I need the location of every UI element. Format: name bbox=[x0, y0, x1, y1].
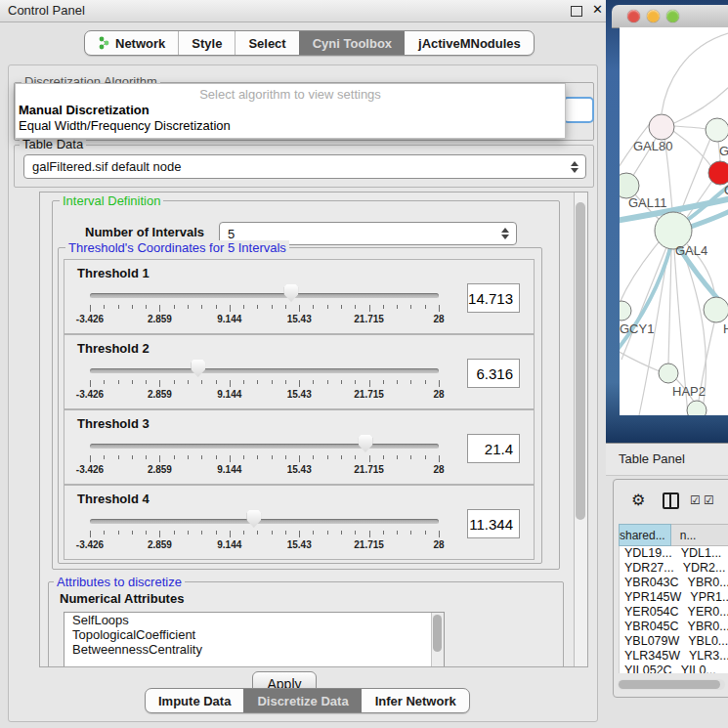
table-cell[interactable]: YBR045C bbox=[620, 620, 679, 634]
tick-label: 15.43 bbox=[287, 314, 312, 324]
table-row[interactable]: YPR145WYPR1... bbox=[620, 590, 728, 605]
panel-vertical-scrollbar[interactable] bbox=[574, 193, 587, 666]
network-edge[interactable] bbox=[620, 350, 660, 371]
network-node[interactable] bbox=[649, 114, 674, 140]
network-node[interactable] bbox=[708, 161, 728, 185]
table-cell[interactable]: YBR043C bbox=[620, 576, 679, 590]
close-icon[interactable]: ✕ bbox=[592, 2, 603, 17]
tick-mark bbox=[257, 305, 258, 309]
gear-icon[interactable]: ⚙ bbox=[631, 491, 645, 509]
slider[interactable]: -3.4262.8599.14415.4321.71528 bbox=[90, 335, 439, 408]
table-row[interactable]: YBR043CYBR0... bbox=[620, 576, 728, 590]
network-view-window: GAL80GCGAL11GAL4GCY1HHAP2 bbox=[606, 0, 728, 445]
scrollbar-thumb[interactable] bbox=[433, 615, 442, 652]
network-edge[interactable] bbox=[674, 84, 728, 123]
scrollbar-thumb[interactable] bbox=[576, 202, 585, 520]
network-view-canvas[interactable]: GAL80GCGAL11GAL4GCY1HHAP2 bbox=[620, 27, 728, 415]
slider-track[interactable] bbox=[90, 519, 439, 524]
slider-thumb[interactable] bbox=[191, 360, 205, 377]
tab-infer-network[interactable]: Infer Network bbox=[362, 689, 469, 712]
slider-track[interactable] bbox=[90, 444, 439, 449]
network-node[interactable] bbox=[687, 401, 707, 415]
checkbox-icon[interactable]: ☑ bbox=[704, 493, 714, 507]
column-header-name[interactable]: n... bbox=[671, 524, 728, 546]
table-cell[interactable]: YBR0... bbox=[679, 576, 728, 590]
threshold-value-field[interactable]: 11.344 bbox=[467, 509, 520, 538]
tab-style[interactable]: Style bbox=[178, 31, 235, 55]
slider-track[interactable] bbox=[90, 293, 439, 298]
attributes-scrollbar[interactable] bbox=[431, 613, 444, 667]
table-row[interactable]: YBL079WYBL0... bbox=[620, 634, 728, 649]
attribute-item[interactable]: SelfLoops bbox=[64, 613, 444, 627]
table-cell[interactable]: YDR2... bbox=[674, 561, 728, 576]
tab-discretize-data[interactable]: Discretize Data bbox=[243, 689, 361, 712]
table-cell[interactable]: YBR0... bbox=[679, 620, 728, 634]
slider[interactable]: -3.4262.8599.14415.4321.71528 bbox=[90, 260, 439, 333]
table-cell[interactable]: YDL1... bbox=[672, 546, 728, 561]
tab-cyni-toolbox[interactable]: Cyni Toolbox bbox=[299, 31, 405, 55]
network-node-label: HAP2 bbox=[672, 384, 706, 399]
tick-mark bbox=[410, 380, 411, 384]
table-horizontal-scrollbar[interactable] bbox=[618, 679, 725, 690]
table-row[interactable]: YIL052CYIL0... bbox=[620, 664, 728, 673]
mac-minimize-button[interactable] bbox=[647, 10, 660, 22]
threshold-value-field[interactable]: 14.713 bbox=[467, 283, 520, 313]
column-header-shared-name[interactable]: shared... bbox=[619, 524, 671, 546]
table-cell[interactable]: YER054C bbox=[620, 605, 679, 620]
columns-icon[interactable] bbox=[663, 492, 679, 509]
table-cell[interactable]: YER0... bbox=[679, 605, 728, 620]
tab-impute-data[interactable]: Impute Data bbox=[146, 689, 243, 712]
table-cell[interactable]: YIL052C bbox=[620, 664, 672, 673]
tab-network[interactable]: Network bbox=[85, 31, 178, 55]
threshold-3-panel: Threshold 3 -3.4262.8599.14415.4321.7152… bbox=[64, 409, 535, 485]
checkbox-icon[interactable]: ☑ bbox=[690, 493, 701, 507]
attribute-item[interactable]: BetweennessCentrality bbox=[64, 642, 444, 657]
network-node[interactable] bbox=[704, 297, 728, 322]
slider[interactable]: -3.4262.8599.14415.4321.71528 bbox=[90, 410, 439, 484]
table-row[interactable]: YDL19...YDL1... bbox=[620, 546, 728, 561]
mac-close-button[interactable] bbox=[627, 10, 640, 22]
threshold-value-field[interactable]: 6.316 bbox=[467, 359, 520, 388]
table-cell[interactable]: YBL0... bbox=[679, 634, 728, 649]
tab-select[interactable]: Select bbox=[235, 31, 298, 55]
slider-thumb[interactable] bbox=[359, 435, 373, 452]
table-cell[interactable]: YPR145W bbox=[620, 590, 681, 605]
table-cell[interactable]: YLR3... bbox=[680, 649, 728, 664]
mac-zoom-button[interactable] bbox=[666, 10, 679, 22]
algorithm-option-equal-width[interactable]: Equal Width/Frequency Discretization bbox=[16, 118, 565, 134]
threshold-value-field[interactable]: 21.4 bbox=[467, 434, 520, 463]
network-edge[interactable] bbox=[674, 126, 707, 129]
table-data-combobox[interactable]: galFiltered.sif default node bbox=[23, 154, 586, 179]
numerical-attributes-list[interactable]: SelfLoopsTopologicalCoefficientBetweenne… bbox=[64, 612, 445, 667]
tab-jactivemnodules[interactable]: jActiveMNodules bbox=[405, 31, 534, 55]
attribute-item[interactable]: TopologicalCoefficient bbox=[64, 627, 444, 642]
tick-mark bbox=[132, 531, 133, 535]
float-panel-icon[interactable] bbox=[571, 6, 582, 17]
tick-mark bbox=[299, 380, 300, 387]
algorithm-placeholder: Select algorithm to view settings bbox=[16, 84, 565, 103]
table-row[interactable]: YER054CYER0... bbox=[620, 605, 728, 620]
table-cell[interactable]: YIL0... bbox=[672, 664, 728, 673]
slider-track[interactable] bbox=[90, 368, 439, 373]
algorithm-option-manual[interactable]: Manual Discretization bbox=[16, 103, 565, 118]
network-node[interactable] bbox=[706, 118, 728, 142]
table-cell[interactable]: YDL19... bbox=[620, 546, 672, 561]
network-edge[interactable] bbox=[620, 237, 663, 303]
algorithm-combobox-focus-ring[interactable] bbox=[563, 97, 594, 123]
slider[interactable]: -3.4262.8599.14415.4321.71528 bbox=[90, 486, 439, 559]
network-node[interactable] bbox=[620, 301, 631, 321]
table-row[interactable]: YLR345WYLR3... bbox=[620, 649, 728, 664]
slider-thumb[interactable] bbox=[246, 510, 261, 528]
table-row[interactable]: YBR045CYBR0... bbox=[620, 620, 728, 634]
table-cell[interactable]: YBL079W bbox=[620, 634, 679, 649]
network-edge[interactable] bbox=[668, 250, 671, 364]
table-cell[interactable]: YDR27... bbox=[620, 561, 674, 576]
table-cell[interactable]: YLR345W bbox=[620, 649, 680, 664]
table-row[interactable]: YDR27...YDR2... bbox=[620, 561, 728, 576]
table-cell[interactable]: YPR1... bbox=[681, 590, 728, 605]
network-window-titlebar[interactable] bbox=[612, 5, 728, 28]
scrollbar-thumb[interactable] bbox=[619, 680, 720, 689]
slider-thumb[interactable] bbox=[283, 284, 298, 302]
network-edge[interactable] bbox=[662, 32, 728, 113]
network-node[interactable] bbox=[659, 364, 678, 383]
